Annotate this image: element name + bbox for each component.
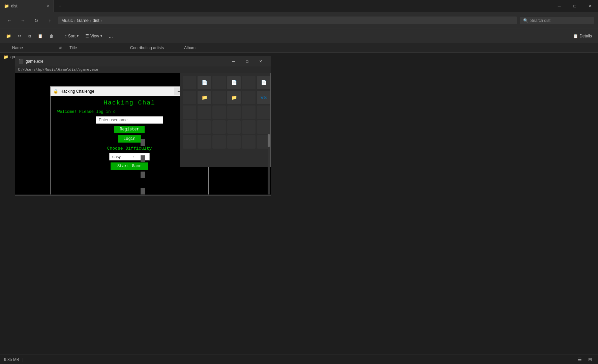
block-3: [141, 172, 145, 178]
cmd-close-button[interactable]: ✕: [254, 56, 267, 66]
cmd-window[interactable]: ⬛ game.exe ─ □ ✕ C:\Users\hp\Music\Game\…: [15, 56, 271, 196]
back-button[interactable]: ←: [4, 15, 15, 26]
status-left: 9.85 MB |: [4, 357, 24, 362]
browser-minimize-button[interactable]: ─: [551, 0, 567, 12]
new-tab-button[interactable]: +: [54, 0, 66, 12]
status-bar: 9.85 MB | ☰ ⊞: [0, 355, 598, 364]
block-4: [141, 188, 145, 194]
block-2: [141, 155, 145, 162]
copy-icon: ⧉: [28, 34, 31, 38]
grid-cell-24[interactable]: [257, 120, 270, 134]
up-button[interactable]: ↑: [44, 15, 55, 26]
view-label: View: [90, 34, 99, 38]
grid-cell-8[interactable]: 📁: [198, 91, 211, 104]
grid-cell-20[interactable]: [198, 120, 211, 134]
browser-window-controls: ─ □ ✕: [551, 0, 598, 12]
cmd-content: 🔒 Hacking Challenge ─ □ ✕ Hacking Chal W…: [15, 73, 271, 194]
difficulty-value: easy: [112, 154, 121, 159]
grid-cell-10[interactable]: 📁: [227, 91, 241, 104]
breadcrumb-sep-3: ›: [101, 19, 102, 23]
browser-close-button[interactable]: ✕: [582, 0, 598, 12]
sort-label: Sort: [68, 34, 76, 38]
cut-button[interactable]: ✂: [15, 32, 24, 40]
col-header-name[interactable]: Name: [9, 46, 57, 50]
status-separator: |: [23, 357, 24, 362]
grid-cell-13[interactable]: [183, 105, 196, 119]
grid-view-button[interactable]: ⊞: [586, 356, 594, 364]
grid-cell-18[interactable]: [257, 105, 270, 119]
cmd-window-icon: ⬛: [19, 59, 24, 64]
register-button[interactable]: Register: [114, 126, 145, 133]
toolbar: 📁 ✂ ⧉ 📋 🗑 ↕ Sort ▾ ☰ View ▾ ... 📋 Detail…: [0, 29, 598, 43]
cmd-window-title: game.exe: [26, 59, 43, 64]
list-view-button[interactable]: ☰: [576, 356, 584, 364]
breadcrumb-sep-1: ›: [74, 19, 76, 23]
grid-cell-17[interactable]: [242, 105, 256, 119]
paste-icon: 📋: [38, 34, 43, 38]
grid-cell-2[interactable]: 📄: [198, 76, 211, 89]
grid-cell-12[interactable]: VS: [257, 91, 270, 104]
more-options-button[interactable]: ...: [106, 31, 116, 41]
view-button[interactable]: ☰ View ▾: [83, 32, 105, 40]
username-input[interactable]: [96, 116, 163, 124]
grid-cell-28[interactable]: [227, 135, 241, 149]
col-header-title[interactable]: Title: [67, 46, 127, 50]
new-folder-icon: 📁: [6, 34, 11, 38]
grid-cell-25[interactable]: [183, 135, 196, 149]
grid-cell-27[interactable]: [212, 135, 226, 149]
scroll-indicator: [268, 134, 270, 194]
details-button[interactable]: 📋 Details: [570, 32, 595, 40]
grid-cell-9[interactable]: [212, 91, 226, 104]
grid-cell-21[interactable]: [212, 120, 226, 134]
new-folder-button[interactable]: 📁: [3, 32, 14, 40]
col-header-album[interactable]: Album: [181, 46, 235, 50]
grid-cell-22[interactable]: [227, 120, 241, 134]
grid-cell-29[interactable]: [242, 135, 256, 149]
search-icon: 🔍: [523, 18, 528, 23]
sort-chevron-icon: ▾: [77, 34, 79, 38]
search-box[interactable]: 🔍 Search dist: [520, 17, 594, 24]
toolbar-separator: [59, 33, 59, 39]
grid-cell-14[interactable]: [198, 105, 211, 119]
grid-cell-19[interactable]: [183, 120, 196, 134]
grid-cell-26[interactable]: [198, 135, 211, 149]
scroll-thumb[interactable]: [268, 134, 270, 147]
breadcrumb-dist[interactable]: dist: [93, 18, 99, 23]
grid-cell-3[interactable]: [212, 76, 226, 89]
tab-close-button[interactable]: ✕: [47, 4, 50, 8]
grid-cell-4[interactable]: 📄: [227, 76, 241, 89]
grid-cell-6[interactable]: 📄: [257, 76, 270, 89]
address-bar: ← → ↻ ↑ Music › Game › dist › 🔍 Search d…: [0, 12, 598, 29]
grid-cell-23[interactable]: [242, 120, 256, 134]
grid-cell-11[interactable]: [242, 91, 256, 104]
refresh-button[interactable]: ↻: [31, 15, 42, 26]
cut-icon: ✂: [18, 34, 21, 38]
col-header-number[interactable]: #: [57, 46, 67, 50]
view-chevron-icon: ▾: [100, 34, 102, 38]
browser-maximize-button[interactable]: □: [567, 0, 582, 12]
cmd-maximize-button[interactable]: □: [240, 56, 254, 66]
breadcrumb[interactable]: Music › Game › dist ›: [58, 17, 517, 24]
file-grid-window[interactable]: 📄 📄 📄 📁 📁 VS: [180, 73, 271, 167]
paste-button[interactable]: 📋: [35, 32, 46, 40]
breadcrumb-game[interactable]: Game: [77, 18, 89, 23]
active-tab[interactable]: 📁 dist ✕: [0, 0, 54, 12]
details-label: Details: [579, 34, 592, 38]
grid-cell-16[interactable]: [227, 105, 241, 119]
grid-cell-7[interactable]: [183, 91, 196, 104]
hack-window-icon: 🔒: [53, 89, 58, 94]
grid-cell-15[interactable]: [212, 105, 226, 119]
sort-button[interactable]: ↕ Sort ▾: [62, 32, 81, 40]
delete-button[interactable]: 🗑: [47, 32, 56, 40]
cmd-path: C:\Users\hp\Music\Game\dist\game.exe: [15, 66, 271, 73]
hack-welcome-text: Welcome! Please log in o: [57, 110, 116, 114]
breadcrumb-music[interactable]: Music: [61, 18, 73, 23]
grid-cell-5[interactable]: [242, 76, 256, 89]
copy-button[interactable]: ⧉: [25, 32, 34, 40]
grid-cell-1[interactable]: [183, 76, 196, 89]
col-header-contributing-artists[interactable]: Contributing artists: [127, 46, 181, 50]
folder-icon: 📁: [3, 55, 8, 59]
cmd-minimize-button[interactable]: ─: [227, 56, 240, 66]
login-button[interactable]: Login: [118, 135, 141, 143]
forward-button[interactable]: →: [18, 15, 28, 26]
